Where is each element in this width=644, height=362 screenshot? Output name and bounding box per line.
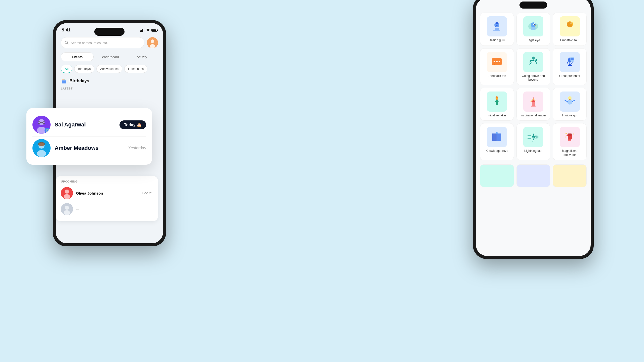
svg-point-27 <box>65 190 69 194</box>
filter-all[interactable]: All <box>61 65 72 73</box>
svg-point-14 <box>64 79 64 80</box>
badge-label-initiative-taker: Initiative taker <box>488 114 506 118</box>
svg-rect-34 <box>493 30 500 31</box>
wifi-icon <box>146 29 150 32</box>
badge-icon-initiative-taker <box>487 92 507 112</box>
badge-icon-lightning-fast <box>523 127 543 147</box>
search-placeholder: Search names, roles, etc. <box>71 41 108 45</box>
svg-rect-79 <box>568 139 571 141</box>
avatar-sal: ⚙️ <box>32 116 51 134</box>
badge-icon-great-presenter <box>560 52 580 72</box>
design-guru-svg <box>490 19 504 33</box>
empathic-soul-svg <box>563 19 577 33</box>
avatar-amber <box>32 139 51 157</box>
svg-rect-78 <box>567 134 569 136</box>
badge-empathic-soul[interactable]: Empathic soul <box>553 13 587 46</box>
olivia-name: Olivia Johnson <box>76 191 139 195</box>
svg-rect-3 <box>144 28 144 32</box>
signal-icon <box>140 28 144 32</box>
magnificent-motivator-svg <box>563 130 577 144</box>
user-avatar-btn[interactable] <box>147 37 158 48</box>
tab-leaderboard[interactable]: Leaderboard <box>94 52 126 61</box>
great-presenter-svg <box>563 55 577 69</box>
partial-badge-2 <box>516 164 550 187</box>
badge-label-inspirational-leader: Inspirational leader <box>520 114 546 118</box>
filter-anniversaries[interactable]: Anniversaries <box>96 65 122 73</box>
sal-date-badge: Today 🎂 <box>119 120 146 129</box>
svg-point-35 <box>496 22 498 24</box>
badge-initiative-taker[interactable]: Initiative taker <box>480 88 514 121</box>
badge-label-eagle-eye: Eagle eye <box>527 38 540 42</box>
amber-avatar-image <box>32 139 51 157</box>
filter-latest-hires[interactable]: Latest hires <box>124 65 147 73</box>
svg-rect-61 <box>532 102 535 106</box>
person-row-amber: Amber Meadows Yesterday <box>32 136 146 160</box>
svg-point-24 <box>37 150 46 157</box>
latest-sublabel: LATEST <box>61 87 158 90</box>
svg-marker-72 <box>532 132 536 142</box>
status-bar-right <box>476 0 591 11</box>
badge-icon-eagle-eye <box>523 16 543 36</box>
svg-rect-1 <box>141 30 142 32</box>
tabs-row: Events Leaderboard Activity <box>61 52 158 61</box>
svg-rect-10 <box>63 80 63 81</box>
badge-label-magnificent-motivator: Magnificent motivator <box>555 149 584 157</box>
person-row-sal: ⚙️ Sal Agarwal Today 🎂 <box>32 113 146 136</box>
intuitive-gut-svg <box>563 95 577 109</box>
upcoming-section: UPCOMING Olivia Johnson Dec 21 ··· <box>56 176 158 221</box>
sal-name: Sal Agarwal <box>55 121 115 128</box>
tab-events[interactable]: Events <box>61 52 94 61</box>
svg-point-47 <box>499 61 500 62</box>
badge-label-design-guru: Design guru <box>489 38 505 42</box>
badge-eagle-eye[interactable]: Eagle eye <box>516 13 550 46</box>
upcoming-row-olivia: Olivia Johnson Dec 21 <box>61 185 153 201</box>
status-time: 9:41 <box>62 28 70 33</box>
badge-icon-magnificent-motivator <box>560 127 580 147</box>
olivia-avatar-image <box>61 187 73 199</box>
svg-point-46 <box>496 61 498 62</box>
birthday-card: ⚙️ Sal Agarwal Today 🎂 Amber Meadows Yes… <box>26 108 152 165</box>
svg-rect-69 <box>569 99 571 100</box>
badge-label-going-above: Going above and beyond <box>519 74 548 82</box>
svg-line-49 <box>530 62 531 65</box>
badge-knowledge-trove[interactable]: Knowledge trove <box>480 123 514 160</box>
tab-activity[interactable]: Activity <box>126 52 158 61</box>
svg-line-50 <box>535 61 537 64</box>
badge-inspirational-leader[interactable]: Inspirational leader <box>516 88 550 121</box>
badge-great-presenter[interactable]: Great presenter <box>553 48 587 85</box>
search-icon <box>65 41 69 45</box>
search-box[interactable]: Search names, roles, etc. <box>61 37 144 48</box>
svg-point-60 <box>496 98 498 100</box>
person2-name: ··· <box>76 207 153 211</box>
filter-birthdays[interactable]: Birthdays <box>74 65 94 73</box>
phone-right: Design guru Eagle eye <box>473 0 594 259</box>
badge-lightning-fast[interactable]: Lightning fast <box>516 123 550 160</box>
amber-name: Amber Meadows <box>55 145 124 151</box>
badge-magnificent-motivator[interactable]: Magnificent motivator <box>553 123 587 160</box>
svg-point-80 <box>566 133 567 134</box>
badge-feedback-fan[interactable]: Feedback fan <box>480 48 514 85</box>
user-avatar-image <box>147 37 158 48</box>
badge-design-guru[interactable]: Design guru <box>480 13 514 46</box>
badge-label-lightning-fast: Lightning fast <box>524 149 542 153</box>
badge-intuitive-gut[interactable]: Intuitive gut <box>553 88 587 121</box>
inspirational-leader-svg <box>526 95 540 109</box>
phone-right-screen: Design guru Eagle eye <box>476 0 591 256</box>
gear-badge-sal: ⚙️ <box>45 128 50 133</box>
badge-going-above[interactable]: Going above and beyond <box>516 48 550 85</box>
partial-badge-1 <box>480 164 514 187</box>
initiative-taker-svg <box>490 95 504 109</box>
svg-point-45 <box>494 61 495 62</box>
badge-icon-empathic-soul <box>560 16 580 36</box>
status-icons <box>140 28 157 32</box>
svg-point-8 <box>150 44 155 48</box>
svg-point-40 <box>531 27 536 30</box>
svg-line-5 <box>67 43 68 44</box>
svg-point-13 <box>63 79 63 80</box>
dynamic-island-right <box>519 2 547 9</box>
birthdays-title: Birthdays <box>69 78 89 83</box>
svg-point-15 <box>65 79 65 80</box>
svg-point-81 <box>573 133 574 134</box>
knowledge-trove-svg <box>490 130 504 144</box>
content-area-left: Search names, roles, etc. Events Leaderb… <box>56 37 163 97</box>
